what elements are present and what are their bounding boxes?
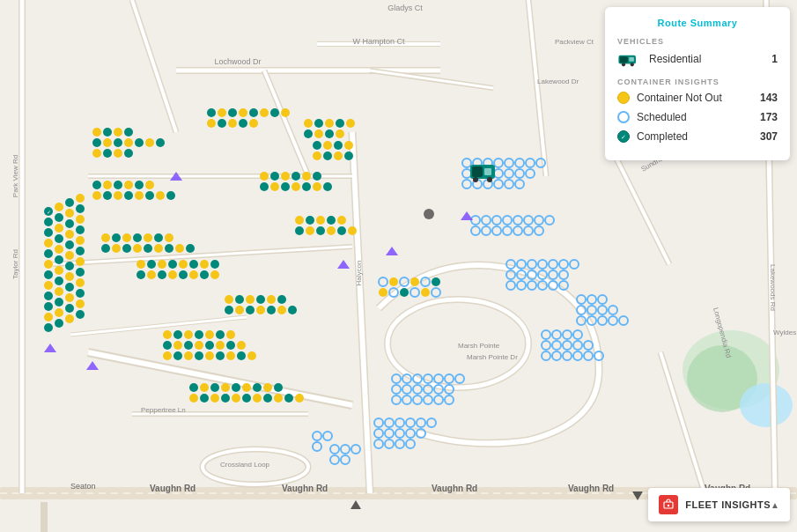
svg-point-163 [226, 330, 235, 339]
svg-point-82 [65, 304, 74, 313]
svg-marker-404 [170, 172, 182, 181]
svg-point-327 [587, 306, 596, 314]
fleet-icon [662, 499, 675, 511]
svg-point-290 [482, 216, 491, 225]
svg-point-321 [549, 281, 557, 290]
svg-point-227 [207, 119, 216, 128]
svg-point-191 [200, 394, 209, 403]
svg-point-328 [598, 306, 607, 314]
svg-point-350 [413, 395, 422, 404]
svg-point-392 [573, 330, 582, 339]
svg-point-312 [517, 270, 526, 279]
svg-point-159 [184, 330, 193, 339]
svg-point-81 [65, 293, 74, 302]
insight-row-not-out: Container Not Out 143 [617, 92, 778, 104]
svg-point-249 [313, 141, 321, 150]
svg-point-255 [334, 151, 343, 160]
svg-marker-409 [44, 344, 56, 352]
svg-point-378 [389, 277, 398, 286]
svg-point-326 [577, 306, 586, 314]
svg-point-389 [542, 330, 550, 339]
svg-point-96 [92, 128, 101, 137]
svg-point-274 [526, 159, 535, 167]
svg-point-250 [323, 141, 332, 150]
svg-point-196 [253, 394, 262, 403]
svg-point-377 [379, 277, 387, 286]
vehicle-row: Residential 1 [617, 51, 778, 67]
svg-point-140 [186, 244, 195, 253]
svg-point-80 [65, 283, 74, 292]
svg-point-240 [304, 119, 313, 128]
svg-point-320 [538, 281, 547, 290]
svg-point-60 [55, 203, 63, 211]
svg-point-142 [147, 260, 156, 269]
svg-point-205 [267, 295, 276, 304]
svg-point-170 [226, 341, 235, 350]
svg-point-364 [417, 429, 425, 438]
svg-point-88 [76, 236, 85, 245]
svg-point-416 [473, 177, 478, 182]
svg-point-371 [351, 445, 360, 454]
svg-point-84 [76, 194, 85, 203]
svg-point-401 [573, 351, 582, 360]
svg-point-146 [189, 260, 198, 269]
svg-point-338 [424, 374, 432, 383]
svg-point-65 [55, 255, 63, 264]
svg-point-67 [55, 277, 63, 285]
svg-point-379 [400, 277, 409, 286]
svg-point-164 [163, 341, 172, 350]
svg-point-91 [76, 268, 85, 277]
svg-point-372 [330, 455, 339, 464]
svg-point-212 [277, 306, 286, 314]
svg-point-342 [392, 385, 401, 394]
svg-point-169 [216, 341, 225, 350]
svg-point-134 [122, 244, 131, 253]
svg-text:Gladys Ct: Gladys Ct [387, 4, 423, 12]
svg-point-186 [242, 383, 251, 392]
svg-point-141 [137, 260, 145, 269]
svg-point-69 [55, 298, 63, 307]
svg-point-204 [256, 295, 265, 304]
svg-point-74 [65, 219, 74, 228]
svg-point-308 [549, 260, 557, 269]
svg-point-54 [44, 270, 53, 279]
svg-point-179 [237, 351, 246, 360]
svg-point-104 [92, 149, 101, 158]
truck-icon [617, 51, 642, 67]
svg-point-384 [389, 288, 398, 297]
svg-point-272 [505, 159, 513, 167]
svg-point-160 [195, 330, 203, 339]
svg-point-391 [563, 330, 572, 339]
svg-point-260 [327, 216, 336, 225]
svg-text:Vaughn Rd: Vaughn Rd [432, 484, 477, 493]
svg-point-198 [274, 394, 283, 403]
svg-point-280 [505, 169, 513, 178]
svg-point-197 [263, 394, 272, 403]
svg-point-172 [163, 351, 172, 360]
not-out-label: Container Not Out [637, 92, 760, 104]
svg-point-200 [295, 394, 304, 403]
svg-point-150 [147, 270, 156, 279]
svg-text:Wyldes Rd: Wyldes Rd [773, 329, 797, 336]
svg-point-115 [135, 181, 144, 189]
svg-point-357 [406, 418, 415, 427]
completed-label: Completed [637, 130, 760, 143]
svg-point-105 [103, 149, 112, 158]
svg-point-393 [542, 341, 550, 350]
svg-point-139 [175, 244, 184, 253]
svg-point-98 [114, 128, 122, 137]
svg-point-330 [577, 316, 586, 325]
svg-point-307 [538, 260, 547, 269]
svg-point-70 [55, 308, 63, 317]
svg-point-202 [235, 295, 244, 304]
fleet-insights-button[interactable]: FLEET INSIGHTS ▲ [648, 488, 790, 521]
svg-point-64 [55, 245, 63, 254]
svg-point-157 [163, 330, 172, 339]
svg-text:Halycon: Halycon [355, 261, 363, 286]
svg-point-317 [506, 281, 515, 290]
vehicle-count: 1 [771, 53, 778, 65]
svg-point-300 [503, 226, 512, 235]
svg-point-361 [385, 429, 394, 438]
svg-point-273 [515, 159, 524, 167]
svg-point-76 [65, 240, 74, 249]
